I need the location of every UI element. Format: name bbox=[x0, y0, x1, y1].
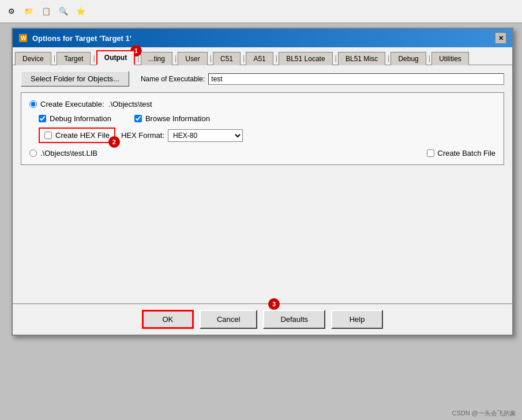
tab-a51[interactable]: A51 bbox=[246, 52, 273, 65]
select-folder-button[interactable]: Select Folder for Objects... bbox=[21, 71, 129, 87]
hex-file-row: Create HEX File 2 HEX Format: HEX-80 HEX… bbox=[39, 127, 495, 143]
create-batch-label[interactable]: Create Batch File bbox=[438, 149, 495, 158]
ok-badge-wrapper: 3 bbox=[268, 298, 280, 310]
help-button[interactable]: Help bbox=[331, 310, 383, 329]
tab-listing[interactable]: ...ting bbox=[141, 52, 172, 65]
close-button[interactable]: ✕ bbox=[495, 32, 506, 44]
dialog-content: Select Folder for Objects... Name of Exe… bbox=[13, 65, 512, 303]
tab-target[interactable]: Target bbox=[57, 52, 91, 65]
top-row: Select Folder for Objects... Name of Exe… bbox=[21, 71, 504, 87]
dialog-titlebar: W Options for Target 'Target 1' ✕ bbox=[13, 29, 512, 47]
hex-format-group: HEX Format: HEX-80 HEX-386 bbox=[121, 129, 243, 142]
cancel-button[interactable]: Cancel bbox=[200, 310, 257, 329]
create-lib-radio[interactable] bbox=[29, 149, 37, 157]
hex-format-select[interactable]: HEX-80 HEX-386 bbox=[168, 129, 243, 142]
tab-sep-5: | bbox=[209, 51, 213, 65]
tab-bl51locate[interactable]: BL51 Locate bbox=[279, 52, 332, 65]
dialog-title-left: W Options for Target 'Target 1' bbox=[18, 33, 132, 43]
browse-info-label[interactable]: Browse Information bbox=[145, 114, 210, 123]
spacer-area bbox=[21, 171, 504, 298]
tab-sep-6: | bbox=[242, 51, 246, 65]
tab-device[interactable]: Device bbox=[15, 52, 51, 65]
options-dialog: W Options for Target 'Target 1' ✕ Device… bbox=[12, 28, 513, 336]
create-batch-group: Create Batch File bbox=[427, 149, 495, 158]
create-lib-label[interactable]: .\Objects\test.LIB bbox=[40, 149, 97, 158]
browse-info-group: Browse Information bbox=[134, 114, 210, 123]
debug-info-group: Debug Information bbox=[39, 114, 111, 123]
create-hex-checkbox[interactable] bbox=[44, 132, 52, 139]
dialog-title: Options for Target 'Target 1' bbox=[32, 34, 132, 43]
create-executable-radio[interactable] bbox=[29, 100, 37, 108]
settings-icon[interactable]: ⚙ bbox=[5, 5, 18, 18]
tab-output[interactable]: Output bbox=[96, 50, 135, 65]
tab-sep-2: | bbox=[92, 51, 96, 65]
tab-user[interactable]: User bbox=[178, 52, 207, 65]
tab-output-wrapper: Output 1 bbox=[96, 50, 136, 65]
lib-radio-row: .\Objects\test.LIB bbox=[29, 149, 97, 158]
tab-sep-7: | bbox=[275, 51, 279, 65]
ok-badge: 3 bbox=[268, 298, 280, 310]
create-hex-badge: 2 bbox=[108, 136, 120, 148]
toolbar: ⚙ 📁 📋 🔍 ⭐ bbox=[0, 0, 522, 23]
create-batch-checkbox[interactable] bbox=[427, 149, 434, 157]
name-executable-input[interactable] bbox=[208, 73, 504, 85]
dialog-icon: W bbox=[18, 33, 28, 43]
tab-utilities[interactable]: Utilities bbox=[431, 52, 469, 65]
debug-info-checkbox[interactable] bbox=[39, 115, 46, 122]
name-executable-label: Name of Executable: bbox=[141, 75, 205, 83]
debug-info-label[interactable]: Debug Information bbox=[50, 114, 111, 123]
svg-text:W: W bbox=[21, 35, 27, 42]
watermark: CSDN @一头会飞的象 bbox=[452, 409, 516, 418]
debug-browse-row: Debug Information Browse Information bbox=[39, 114, 495, 123]
create-executable-path: .\Objects\test bbox=[108, 100, 152, 108]
search-icon[interactable]: 🔍 bbox=[57, 5, 70, 18]
tab-sep-4: | bbox=[174, 51, 178, 65]
ok-button[interactable]: OK bbox=[142, 310, 194, 329]
folder-icon[interactable]: 📁 bbox=[22, 5, 36, 18]
create-executable-label[interactable]: Create Executable: .\Objects\test bbox=[40, 100, 152, 108]
tab-debug[interactable]: Debug bbox=[390, 52, 426, 65]
tab-sep-9: | bbox=[386, 51, 390, 65]
tab-bar: Device | Target | Output 1 | ...ting | U… bbox=[13, 47, 512, 65]
star-icon[interactable]: ⭐ bbox=[74, 5, 88, 18]
copy-icon[interactable]: 📋 bbox=[39, 5, 53, 18]
tab-sep-8: | bbox=[334, 51, 338, 65]
hex-format-label: HEX Format: bbox=[121, 131, 164, 140]
tab-sep-10: | bbox=[427, 51, 431, 65]
browse-info-checkbox[interactable] bbox=[134, 115, 142, 122]
tab-bl51misc[interactable]: BL51 Misc bbox=[338, 52, 385, 65]
options-box: Create Executable: .\Objects\test Debug … bbox=[21, 92, 504, 165]
tab-sep-1: | bbox=[52, 51, 57, 65]
dialog-footer: 3 OK Cancel Defaults Help bbox=[13, 303, 512, 335]
defaults-button[interactable]: Defaults bbox=[263, 310, 325, 329]
create-hex-label[interactable]: Create HEX File bbox=[55, 131, 110, 140]
create-executable-row: Create Executable: .\Objects\test bbox=[29, 100, 495, 108]
bottom-section: .\Objects\test.LIB Create Batch File bbox=[29, 149, 495, 158]
name-executable-group: Name of Executable: bbox=[141, 73, 504, 85]
tab-c51[interactable]: C51 bbox=[213, 52, 241, 65]
create-hex-group: Create HEX File 2 bbox=[39, 127, 115, 143]
